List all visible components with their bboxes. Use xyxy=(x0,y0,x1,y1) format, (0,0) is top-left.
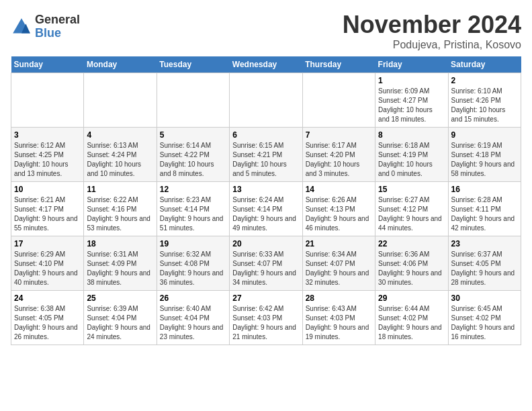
day-number: 25 xyxy=(87,293,153,303)
calendar-cell: 3Sunrise: 6:12 AM Sunset: 4:25 PM Daylig… xyxy=(11,128,84,182)
calendar-cell: 17Sunrise: 6:29 AM Sunset: 4:10 PM Dayli… xyxy=(11,236,84,291)
calendar-cell: 18Sunrise: 6:31 AM Sunset: 4:09 PM Dayli… xyxy=(84,236,157,291)
calendar-cell: 19Sunrise: 6:32 AM Sunset: 4:08 PM Dayli… xyxy=(157,236,229,291)
day-info: Sunrise: 6:24 AM Sunset: 4:14 PM Dayligh… xyxy=(232,195,299,233)
day-number: 24 xyxy=(14,293,81,303)
calendar-cell: 2Sunrise: 6:10 AM Sunset: 4:26 PM Daylig… xyxy=(448,73,521,128)
day-info: Sunrise: 6:10 AM Sunset: 4:26 PM Dayligh… xyxy=(451,87,518,124)
calendar-week-row: 1Sunrise: 6:09 AM Sunset: 4:27 PM Daylig… xyxy=(11,73,521,128)
day-number: 20 xyxy=(232,239,299,248)
calendar-cell: 26Sunrise: 6:40 AM Sunset: 4:04 PM Dayli… xyxy=(157,291,229,345)
calendar-cell: 7Sunrise: 6:17 AM Sunset: 4:20 PM Daylig… xyxy=(302,128,375,182)
day-info: Sunrise: 6:17 AM Sunset: 4:20 PM Dayligh… xyxy=(306,141,372,179)
day-info: Sunrise: 6:34 AM Sunset: 4:07 PM Dayligh… xyxy=(306,250,372,287)
calendar-cell xyxy=(84,73,157,128)
calendar-cell: 27Sunrise: 6:42 AM Sunset: 4:03 PM Dayli… xyxy=(230,291,302,345)
calendar-cell: 30Sunrise: 6:45 AM Sunset: 4:02 PM Dayli… xyxy=(448,291,521,345)
day-info: Sunrise: 6:32 AM Sunset: 4:08 PM Dayligh… xyxy=(160,250,226,287)
day-number: 15 xyxy=(378,185,445,194)
calendar-cell: 13Sunrise: 6:24 AM Sunset: 4:14 PM Dayli… xyxy=(230,182,302,236)
calendar-cell: 24Sunrise: 6:38 AM Sunset: 4:05 PM Dayli… xyxy=(11,291,84,345)
day-number: 27 xyxy=(232,293,299,303)
calendar-cell: 29Sunrise: 6:44 AM Sunset: 4:02 PM Dayli… xyxy=(375,291,448,345)
calendar-cell: 20Sunrise: 6:33 AM Sunset: 4:07 PM Dayli… xyxy=(230,236,302,291)
calendar-cell: 15Sunrise: 6:27 AM Sunset: 4:12 PM Dayli… xyxy=(375,182,448,236)
day-info: Sunrise: 6:22 AM Sunset: 4:16 PM Dayligh… xyxy=(87,195,153,233)
day-info: Sunrise: 6:33 AM Sunset: 4:07 PM Dayligh… xyxy=(232,250,299,287)
weekday-header-saturday: Saturday xyxy=(448,56,521,73)
day-info: Sunrise: 6:23 AM Sunset: 4:14 PM Dayligh… xyxy=(160,195,226,233)
day-number: 28 xyxy=(306,293,372,303)
day-number: 9 xyxy=(451,130,518,140)
calendar-cell xyxy=(302,73,375,128)
calendar-cell: 12Sunrise: 6:23 AM Sunset: 4:14 PM Dayli… xyxy=(157,182,229,236)
calendar-cell: 1Sunrise: 6:09 AM Sunset: 4:27 PM Daylig… xyxy=(375,73,448,128)
calendar-cell: 22Sunrise: 6:36 AM Sunset: 4:06 PM Dayli… xyxy=(375,236,448,291)
day-info: Sunrise: 6:38 AM Sunset: 4:05 PM Dayligh… xyxy=(14,304,81,342)
day-number: 18 xyxy=(87,239,153,248)
day-info: Sunrise: 6:42 AM Sunset: 4:03 PM Dayligh… xyxy=(232,304,299,342)
day-number: 17 xyxy=(14,239,81,248)
day-number: 22 xyxy=(378,239,445,248)
weekday-header-monday: Monday xyxy=(84,56,157,73)
calendar-cell xyxy=(11,73,84,128)
day-number: 13 xyxy=(232,185,299,194)
logo-icon xyxy=(11,16,32,38)
day-number: 7 xyxy=(306,130,372,140)
calendar-week-row: 17Sunrise: 6:29 AM Sunset: 4:10 PM Dayli… xyxy=(11,236,521,291)
day-info: Sunrise: 6:13 AM Sunset: 4:24 PM Dayligh… xyxy=(87,141,153,179)
day-number: 3 xyxy=(14,130,81,140)
day-info: Sunrise: 6:18 AM Sunset: 4:19 PM Dayligh… xyxy=(378,141,445,179)
calendar-cell: 9Sunrise: 6:19 AM Sunset: 4:18 PM Daylig… xyxy=(448,128,521,182)
calendar-cell xyxy=(157,73,229,128)
logo-blue-text: Blue xyxy=(35,27,80,40)
day-number: 11 xyxy=(87,185,153,194)
day-info: Sunrise: 6:45 AM Sunset: 4:02 PM Dayligh… xyxy=(451,304,518,342)
day-number: 4 xyxy=(87,130,153,140)
calendar-week-row: 10Sunrise: 6:21 AM Sunset: 4:17 PM Dayli… xyxy=(11,182,521,236)
calendar-cell xyxy=(230,73,302,128)
day-number: 16 xyxy=(451,185,518,194)
calendar-cell: 14Sunrise: 6:26 AM Sunset: 4:13 PM Dayli… xyxy=(302,182,375,236)
weekday-header-friday: Friday xyxy=(375,56,448,73)
weekday-header-wednesday: Wednesday xyxy=(230,56,302,73)
day-info: Sunrise: 6:15 AM Sunset: 4:21 PM Dayligh… xyxy=(232,141,299,179)
calendar-cell: 23Sunrise: 6:37 AM Sunset: 4:05 PM Dayli… xyxy=(448,236,521,291)
day-info: Sunrise: 6:39 AM Sunset: 4:04 PM Dayligh… xyxy=(87,304,153,342)
day-info: Sunrise: 6:26 AM Sunset: 4:13 PM Dayligh… xyxy=(306,195,372,233)
day-info: Sunrise: 6:43 AM Sunset: 4:03 PM Dayligh… xyxy=(306,304,372,342)
day-number: 2 xyxy=(451,76,518,85)
day-info: Sunrise: 6:37 AM Sunset: 4:05 PM Dayligh… xyxy=(451,250,518,287)
day-number: 6 xyxy=(232,130,299,140)
logo: General Blue xyxy=(11,13,80,40)
title-area: November 2024 Podujeva, Pristina, Kosovo xyxy=(343,11,521,51)
logo-general-text: General xyxy=(35,13,80,27)
month-title: November 2024 xyxy=(343,11,521,39)
day-number: 12 xyxy=(160,185,226,194)
day-info: Sunrise: 6:12 AM Sunset: 4:25 PM Dayligh… xyxy=(14,141,81,179)
location-title: Podujeva, Pristina, Kosovo xyxy=(343,39,521,51)
weekday-header-tuesday: Tuesday xyxy=(157,56,229,73)
calendar-table: SundayMondayTuesdayWednesdayThursdayFrid… xyxy=(11,56,521,345)
day-number: 26 xyxy=(160,293,226,303)
calendar-cell: 6Sunrise: 6:15 AM Sunset: 4:21 PM Daylig… xyxy=(230,128,302,182)
day-info: Sunrise: 6:19 AM Sunset: 4:18 PM Dayligh… xyxy=(451,141,518,179)
weekday-header-sunday: Sunday xyxy=(11,56,84,73)
calendar-cell: 21Sunrise: 6:34 AM Sunset: 4:07 PM Dayli… xyxy=(302,236,375,291)
day-info: Sunrise: 6:44 AM Sunset: 4:02 PM Dayligh… xyxy=(378,304,445,342)
logo-text: General Blue xyxy=(35,13,80,40)
calendar-cell: 4Sunrise: 6:13 AM Sunset: 4:24 PM Daylig… xyxy=(84,128,157,182)
day-number: 10 xyxy=(14,185,81,194)
day-number: 30 xyxy=(451,293,518,303)
calendar-cell: 28Sunrise: 6:43 AM Sunset: 4:03 PM Dayli… xyxy=(302,291,375,345)
day-number: 21 xyxy=(306,239,372,248)
day-info: Sunrise: 6:27 AM Sunset: 4:12 PM Dayligh… xyxy=(378,195,445,233)
day-number: 29 xyxy=(378,293,445,303)
day-number: 5 xyxy=(160,130,226,140)
day-info: Sunrise: 6:29 AM Sunset: 4:10 PM Dayligh… xyxy=(14,250,81,287)
day-number: 19 xyxy=(160,239,226,248)
calendar-cell: 10Sunrise: 6:21 AM Sunset: 4:17 PM Dayli… xyxy=(11,182,84,236)
calendar-cell: 8Sunrise: 6:18 AM Sunset: 4:19 PM Daylig… xyxy=(375,128,448,182)
day-info: Sunrise: 6:14 AM Sunset: 4:22 PM Dayligh… xyxy=(160,141,226,179)
calendar-cell: 11Sunrise: 6:22 AM Sunset: 4:16 PM Dayli… xyxy=(84,182,157,236)
